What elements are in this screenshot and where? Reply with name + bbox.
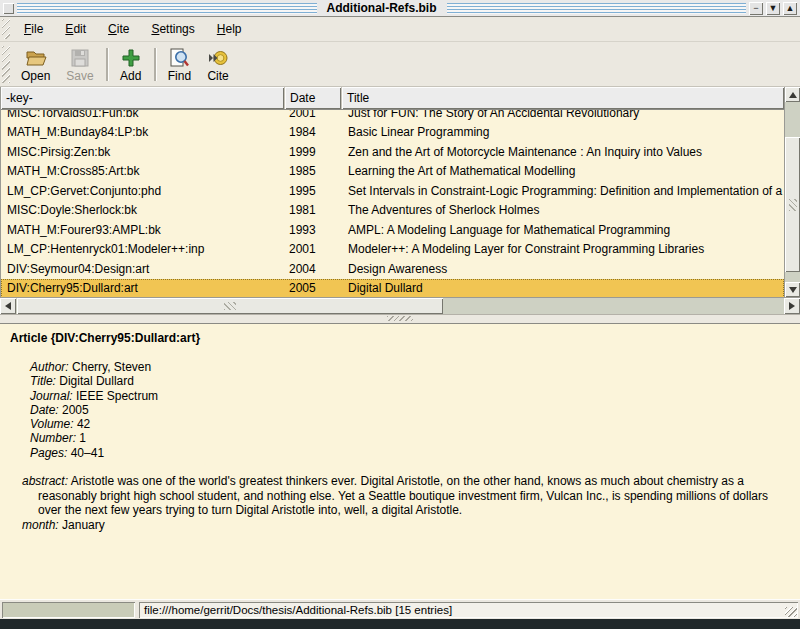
scroll-down-button[interactable] <box>785 282 800 297</box>
open-folder-icon <box>25 46 47 69</box>
menu-cite[interactable]: Cite <box>97 18 140 40</box>
save-floppy-icon <box>69 46 91 69</box>
detail-field: Date: 2005 <box>30 403 790 417</box>
arrow-right-icon <box>789 302 795 310</box>
menu-settings[interactable]: Settings <box>140 18 205 40</box>
table-row[interactable]: MISC:Pirsig:Zen:bk1999Zen and the Art of… <box>1 142 784 162</box>
abstract-field: abstract: Aristotle was one of the world… <box>10 474 790 518</box>
status-text: file:///home/gerrit/Docs/thesis/Addition… <box>144 604 452 616</box>
table-cell: DIV:Seymour04:Design:art <box>1 262 285 276</box>
detail-field: Number: 1 <box>30 431 790 445</box>
thumb-grip-icon <box>224 302 236 310</box>
reference-table: -key- Date Title MISC:Torvalds01:Fun:bk2… <box>0 87 800 297</box>
field-value: IEEE Spectrum <box>73 389 158 403</box>
table-row[interactable]: MATH_M:Cross85:Art:bk1985Learning the Ar… <box>1 162 784 182</box>
table-cell: The Adventures of Sherlock Holmes <box>342 203 784 217</box>
titlebar-stripes <box>17 3 317 14</box>
column-header-title[interactable]: Title <box>342 87 784 109</box>
horizontal-scrollbar[interactable] <box>0 297 800 315</box>
table-cell: Modeler++: A Modeling Layer for Constrai… <box>342 242 784 256</box>
toolbar-separator <box>154 48 156 81</box>
table-body: MISC:Torvalds01:Fun:bk2001Just for FUN: … <box>1 109 784 297</box>
table-cell: 1985 <box>285 164 342 178</box>
add-plus-icon <box>120 46 142 69</box>
field-label: Journal: <box>30 389 73 403</box>
table-cell: LM_CP:Hentenryck01:Modeler++:inp <box>1 242 285 256</box>
table-row[interactable]: LM_CP:Gervet:Conjunto:phd1995Set Interva… <box>1 181 784 201</box>
field-label: Pages: <box>30 446 67 460</box>
menu-edit[interactable]: Edit <box>54 18 97 40</box>
arrow-down-icon <box>789 287 797 293</box>
field-label: Title: <box>30 374 56 388</box>
column-header-date[interactable]: Date <box>285 87 342 109</box>
table-cell: Set Intervals in Constraint-Logic Progra… <box>342 184 784 198</box>
entry-heading: Article {DIV:Cherry95:Dullard:art} <box>10 331 790 345</box>
detail-field: Author: Cherry, Steven <box>30 360 790 374</box>
menu-file[interactable]: File <box>13 18 54 40</box>
vertical-scrollbar-thumb[interactable] <box>785 137 800 272</box>
window-menu-button[interactable] <box>3 3 14 14</box>
table-row[interactable]: MATH_M:Bunday84:LP:bk1984Basic Linear Pr… <box>1 123 784 143</box>
find-magnifier-icon <box>168 46 190 69</box>
find-button[interactable]: Find <box>160 44 199 85</box>
statusbar: file:///home/gerrit/Docs/thesis/Addition… <box>0 599 800 619</box>
vertical-scrollbar-trough[interactable] <box>785 102 800 282</box>
toolbar-drag-handle[interactable] <box>2 46 10 83</box>
toolbar-button-label: Open <box>21 69 50 83</box>
scroll-left-button[interactable] <box>0 298 16 314</box>
field-value: 2005 <box>59 403 89 417</box>
table-cell: DIV:Cherry95:Dullard:art <box>1 281 285 295</box>
window-title: Additional-Refs.bib <box>320 1 444 15</box>
table-row[interactable]: DIV:Seymour04:Design:art2004Design Aware… <box>1 259 784 279</box>
toolbar-button-label: Find <box>168 69 191 83</box>
arrow-up-icon <box>789 92 797 98</box>
table-cell: Zen and the Art of Motorcycle Maintenanc… <box>342 145 784 159</box>
field-label: Date: <box>30 403 59 417</box>
field-value: 42 <box>74 417 91 431</box>
table-cell: MATH_M:Cross85:Art:bk <box>1 164 285 178</box>
shade-button[interactable]: ▼ <box>766 2 780 15</box>
add-button[interactable]: Add <box>112 44 150 85</box>
toolbar-buttons: OpenSaveAddFindCite <box>13 44 237 85</box>
toolbar-button-label: Cite <box>207 69 228 83</box>
field-value: Digital Dullard <box>56 374 134 388</box>
status-message: file:///home/gerrit/Docs/thesis/Addition… <box>139 602 798 618</box>
horizontal-scrollbar-thumb[interactable] <box>17 298 443 314</box>
table-cell: Digital Dullard <box>342 281 784 295</box>
save-button: Save <box>58 44 101 85</box>
table-row[interactable]: MISC:Doyle:Sherlock:bk1981The Adventures… <box>1 201 784 221</box>
scroll-up-button[interactable] <box>785 87 800 102</box>
open-button[interactable]: Open <box>13 44 58 85</box>
table-cell: Learning the Art of Mathematical Modelli… <box>342 164 784 178</box>
scroll-right-button[interactable] <box>784 298 800 314</box>
menubar-drag-handle[interactable] <box>2 19 10 39</box>
horizontal-scrollbar-trough[interactable] <box>16 298 784 314</box>
table-cell: 2005 <box>285 281 342 295</box>
month-value: January <box>62 518 105 532</box>
table-row[interactable]: MISC:Torvalds01:Fun:bk2001Just for FUN: … <box>1 109 784 123</box>
column-header-key[interactable]: -key- <box>1 87 285 109</box>
month-label: month: <box>22 518 59 532</box>
field-value: 40–41 <box>67 446 104 460</box>
vertical-scrollbar[interactable] <box>784 87 800 297</box>
pane-splitter[interactable] <box>0 315 800 323</box>
iconify-button[interactable]: − <box>749 2 763 15</box>
field-value: 1 <box>76 431 86 445</box>
table-cell: 1981 <box>285 203 342 217</box>
table-row[interactable]: LM_CP:Hentenryck01:Modeler++:inp2001Mode… <box>1 240 784 260</box>
progress-indicator <box>2 602 135 618</box>
menu-help[interactable]: Help <box>206 18 253 40</box>
table-cell: 1995 <box>285 184 342 198</box>
resize-grip[interactable] <box>785 607 797 617</box>
month-field: month: January <box>10 518 790 533</box>
table-row[interactable]: DIV:Cherry95:Dullard:art2005Digital Dull… <box>1 279 784 298</box>
table-row[interactable]: MATH_M:Fourer93:AMPL:bk1993AMPL: A Model… <box>1 220 784 240</box>
detail-fields: Author: Cherry, StevenTitle: Digital Dul… <box>10 360 790 460</box>
cite-button[interactable]: Cite <box>199 44 237 85</box>
titlebar[interactable]: Additional-Refs.bib − ▼ ▲ <box>0 0 800 17</box>
toolbar-separator <box>106 48 108 81</box>
table-header: -key- Date Title <box>1 87 784 109</box>
field-label: Number: <box>30 431 76 445</box>
table-cell: Just for FUN: The Story of An Accidental… <box>342 109 784 120</box>
maximize-button[interactable]: ▲ <box>783 2 797 15</box>
